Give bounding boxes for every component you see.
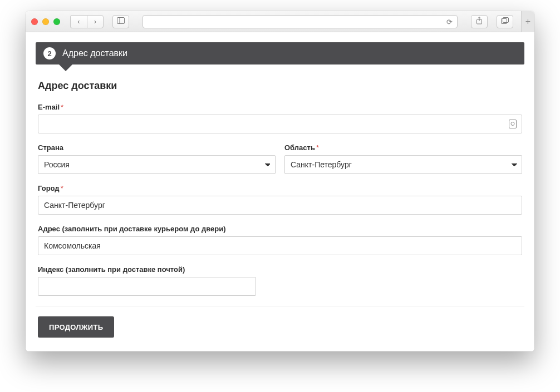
step-number-badge: 2 (43, 47, 56, 59)
nav-buttons: ‹ › (70, 15, 104, 28)
sidebar-toggle-button[interactable] (112, 15, 129, 28)
chevron-left-icon: ‹ (77, 17, 80, 26)
address-label: Адрес (заполнить при доставке курьером д… (38, 225, 522, 233)
sidebar-icon (117, 17, 125, 26)
step-arrow-icon (59, 64, 72, 71)
tabs-button[interactable] (497, 15, 513, 28)
email-label: E-mail* (38, 103, 522, 111)
region-select[interactable]: Санкт-Петербург (284, 155, 522, 174)
step-title: Адрес доставки (62, 48, 127, 58)
plus-icon: + (525, 17, 530, 27)
required-marker: * (61, 103, 63, 111)
tabs-icon (501, 17, 509, 26)
zip-field[interactable] (38, 277, 256, 296)
divider (36, 306, 524, 306)
browser-window: ‹ › ⟳ + 2 Ад (26, 11, 534, 351)
share-icon (476, 17, 483, 26)
city-label-text: Город (38, 184, 60, 192)
svg-rect-5 (503, 18, 509, 23)
minimize-window-button[interactable] (42, 18, 49, 25)
country-select[interactable]: Россия (38, 155, 276, 174)
titlebar: ‹ › ⟳ + (26, 11, 534, 32)
city-label: Город* (38, 184, 522, 192)
region-label: Область* (284, 143, 522, 152)
email-label-text: E-mail (38, 103, 60, 111)
chevron-right-icon: › (94, 17, 96, 26)
svg-rect-0 (117, 18, 125, 24)
forward-button[interactable]: › (87, 15, 104, 28)
form-section-title: Адрес доставки (38, 80, 522, 92)
toolbar-right (466, 15, 513, 28)
region-label-text: Область (284, 143, 315, 152)
back-button[interactable]: ‹ (70, 15, 87, 28)
address-bar[interactable]: ⟳ (143, 15, 458, 28)
reload-icon[interactable]: ⟳ (446, 17, 453, 26)
window-controls (31, 18, 60, 25)
new-tab-button[interactable]: + (521, 11, 534, 32)
required-marker: * (61, 184, 63, 192)
close-window-button[interactable] (31, 18, 38, 25)
zip-label: Индекс (заполнить при доставке почтой) (38, 265, 256, 274)
country-label: Страна (38, 143, 276, 152)
email-field[interactable] (38, 115, 522, 133)
required-marker: * (316, 143, 319, 152)
address-field[interactable] (38, 236, 522, 255)
delivery-form: Адрес доставки E-mail* Страна (36, 64, 524, 338)
contact-card-icon[interactable] (509, 120, 517, 128)
city-field[interactable] (38, 196, 522, 215)
continue-button[interactable]: ПРОДОЛЖИТЬ (38, 316, 114, 338)
page-content: 2 Адрес доставки Адрес доставки E-mail* (26, 32, 534, 351)
zoom-window-button[interactable] (53, 18, 60, 25)
share-button[interactable] (471, 15, 488, 28)
svg-rect-4 (502, 19, 507, 24)
checkout-step-header: 2 Адрес доставки (36, 42, 524, 64)
